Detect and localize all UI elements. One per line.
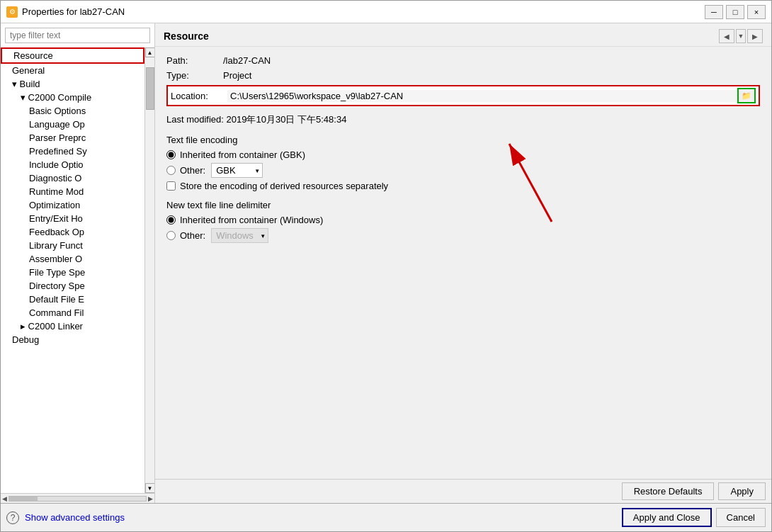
location-label: Location: (171, 91, 227, 101)
apply-close-button[interactable]: Apply and Close (622, 508, 712, 527)
delimiter-option2-row: Other: Windows Unix Mac (166, 228, 760, 243)
sidebar-inner: Resource General ▾ Build ▾ C2000 Compile… (1, 47, 154, 493)
title-bar: ⚙ Properties for lab27-CAN ─ □ × (1, 1, 771, 23)
sidebar-item-libraryfunctions[interactable]: Library Funct (1, 239, 144, 252)
sidebar-item-optimization[interactable]: Optimization (1, 198, 144, 212)
modified-value: 2019年10月30日 下午5:48:34 (227, 114, 347, 125)
store-encoding-checkbox[interactable] (166, 181, 176, 191)
encoding-option2-row: Other: GBK UTF-8 UTF-16 (166, 163, 760, 178)
sidebar-item-predefinedsym[interactable]: Predefined Sy (1, 145, 144, 158)
path-row: Path: /lab27-CAN (166, 55, 760, 66)
encoding-radio-group: Inherited from container (GBK) Other: GB… (166, 149, 760, 178)
sidebar-item-c2000compiler[interactable]: ▾ C2000 Compile (1, 91, 144, 104)
sidebar-item-runtimemodel[interactable]: Runtime Mod (1, 185, 144, 198)
delimiter-option1-row: Inherited from container (Windows) (166, 215, 760, 225)
content-header: Resource ◀ ▼ ▶ (155, 23, 771, 47)
footer-buttons: Apply and Close Cancel (622, 508, 766, 527)
nav-dropdown-button[interactable]: ▼ (736, 29, 746, 43)
encoding-section-title: Text file encoding (166, 135, 760, 145)
encoding-label-1: Inherited from container (GBK) (180, 149, 305, 160)
sidebar-item-includeoptions[interactable]: Include Optio (1, 158, 144, 171)
encoding-other-row: GBK UTF-8 UTF-16 (211, 163, 263, 178)
delimiter-other-row: Windows Unix Mac (211, 228, 268, 243)
scroll-down-button[interactable]: ▼ (145, 483, 155, 493)
sidebar-item-parserpreproc[interactable]: Parser Preprc (1, 131, 144, 145)
delimiter-radio-2[interactable] (166, 231, 176, 240)
encoding-select-wrapper: GBK UTF-8 UTF-16 (211, 163, 263, 178)
hscroll-thumb[interactable] (9, 497, 38, 501)
tree-container: Resource General ▾ Build ▾ C2000 Compile… (1, 47, 144, 493)
sidebar-item-defaultfileext[interactable]: Default File E (1, 293, 144, 306)
cancel-button[interactable]: Cancel (716, 508, 766, 527)
sidebar-item-build[interactable]: ▾ Build (1, 77, 144, 91)
content-body: Path: /lab27-CAN Type: Project Location:… (155, 47, 771, 479)
hscroll-track[interactable] (8, 496, 147, 502)
sidebar-scrollbar: ▲ ▼ (144, 47, 154, 493)
close-button[interactable]: × (747, 5, 766, 19)
scroll-right-button[interactable]: ▶ (148, 495, 153, 502)
sidebar-item-basicoptions[interactable]: Basic Options (1, 104, 144, 118)
content-title: Resource (164, 30, 209, 42)
scroll-left-button[interactable]: ◀ (2, 495, 7, 502)
delimiter-radio-group: Inherited from container (Windows) Other… (166, 215, 760, 243)
main-content: Resource General ▾ Build ▾ C2000 Compile… (1, 23, 771, 503)
sidebar-item-feedbackoptions[interactable]: Feedback Op (1, 225, 144, 239)
path-label: Path: (166, 55, 223, 66)
bottom-bar: Restore Defaults Apply (155, 479, 771, 503)
nav-back-button[interactable]: ◀ (719, 29, 734, 43)
window-icon: ⚙ (6, 6, 18, 18)
scroll-thumb[interactable] (146, 67, 154, 110)
sidebar-item-diagnosticoptions[interactable]: Diagnostic O (1, 171, 144, 185)
help-icon[interactable]: ? (6, 511, 19, 524)
window-title: Properties for lab27-CAN (22, 6, 705, 17)
sidebar-item-assembleroptions[interactable]: Assembler O (1, 252, 144, 266)
sidebar-item-commandfile[interactable]: Command Fil (1, 306, 144, 319)
delimiter-select-wrapper: Windows Unix Mac (211, 228, 268, 243)
show-advanced-link[interactable]: Show advanced settings (25, 512, 125, 523)
location-browse-button[interactable]: 📁 (737, 88, 756, 103)
sidebar-hscroll: ◀ ▶ (1, 493, 154, 503)
footer-bar: ? Show advanced settings Apply and Close… (1, 503, 771, 531)
title-bar-controls: ─ □ × (705, 5, 766, 19)
sidebar-item-resource[interactable]: Resource (1, 47, 144, 64)
sidebar-item-general[interactable]: General (1, 64, 144, 77)
modified-label: Last modified: (166, 114, 224, 125)
type-row: Type: Project (166, 70, 760, 81)
sidebar-item-directoryspec[interactable]: Directory Spe (1, 279, 144, 293)
sidebar-item-debug[interactable]: Debug (1, 333, 144, 346)
main-window: ⚙ Properties for lab27-CAN ─ □ × Resourc… (0, 0, 772, 532)
filter-input[interactable] (5, 28, 150, 43)
restore-button[interactable]: □ (726, 5, 744, 19)
encoding-label-2: Other: (180, 165, 205, 176)
content-area: Resource ◀ ▼ ▶ Path: /lab27-CAN (155, 23, 771, 503)
encoding-radio-1[interactable] (166, 150, 176, 159)
content-wrapper: Resource ◀ ▼ ▶ Path: /lab27-CAN (155, 23, 771, 503)
delimiter-radio-1[interactable] (166, 215, 176, 225)
delimiter-select[interactable]: Windows Unix Mac (211, 228, 268, 243)
sidebar-item-c2000linker[interactable]: ▸ C2000 Linker (1, 319, 144, 333)
apply-button[interactable]: Apply (718, 482, 766, 500)
scroll-up-button[interactable]: ▲ (145, 47, 155, 57)
sidebar: Resource General ▾ Build ▾ C2000 Compile… (1, 23, 155, 503)
path-value: /lab27-CAN (223, 55, 271, 66)
type-value: Project (223, 70, 251, 81)
location-row: Location: C:\Users\12965\workspace_v9\la… (166, 85, 760, 106)
sidebar-item-entryexit[interactable]: Entry/Exit Ho (1, 212, 144, 225)
location-value: C:\Users\12965\workspace_v9\lab27-CAN (227, 90, 737, 102)
delimiter-label-2: Other: (180, 230, 205, 241)
encoding-option1-row: Inherited from container (GBK) (166, 149, 760, 160)
encoding-select[interactable]: GBK UTF-8 UTF-16 (211, 163, 263, 178)
nav-buttons: ◀ ▼ ▶ (719, 29, 763, 43)
sidebar-item-languageoptions[interactable]: Language Op (1, 118, 144, 131)
modified-row: Last modified: 2019年10月30日 下午5:48:34 (166, 113, 760, 126)
encoding-radio-2[interactable] (166, 166, 176, 175)
restore-defaults-button[interactable]: Restore Defaults (622, 482, 715, 500)
type-label: Type: (166, 70, 223, 81)
nav-forward-button[interactable]: ▶ (747, 29, 763, 43)
minimize-button[interactable]: ─ (705, 5, 723, 19)
delimiter-section-title: New text file line delimiter (166, 200, 760, 210)
delimiter-label-1: Inherited from container (Windows) (180, 215, 323, 225)
sidebar-item-filetypespec[interactable]: File Type Spe (1, 266, 144, 279)
store-encoding-label: Store the encoding of derived resources … (180, 181, 388, 191)
store-encoding-row: Store the encoding of derived resources … (166, 181, 760, 191)
